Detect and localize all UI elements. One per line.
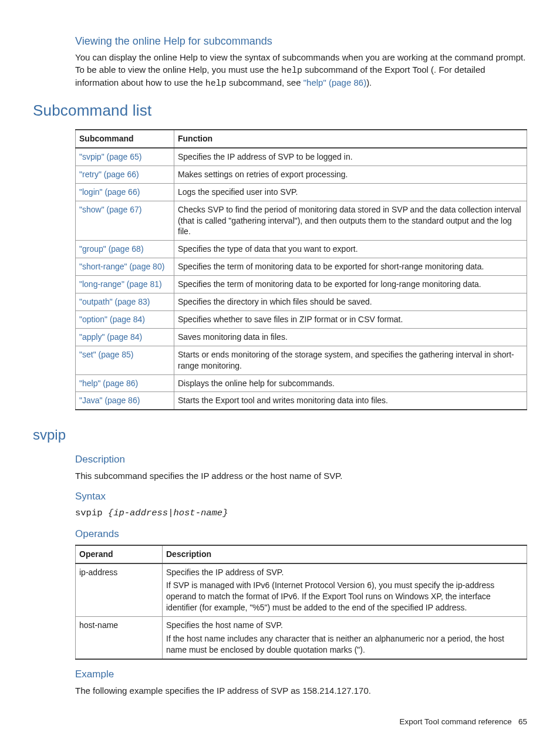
table-row: "apply" (page 84)Saves monitoring data i… [76, 328, 527, 346]
subcommand-link[interactable]: "long-range" (page 81) [79, 279, 162, 289]
subcommand-link[interactable]: "short-range" (page 80) [79, 262, 164, 271]
subcommand-link[interactable]: "login" (page 66) [79, 187, 140, 197]
operand-desc: Specifies the IP address of SVP.If SVP i… [163, 563, 527, 617]
function-cell: Saves monitoring data in files. [174, 328, 527, 346]
function-cell: Specifies whether to save files in ZIP f… [174, 310, 527, 328]
th-subcommand: Subcommand [76, 130, 174, 148]
syntax-cmd: svpip [75, 508, 103, 518]
text-seg: ). [366, 77, 372, 87]
table-row: "long-range" (page 81)Specifies the term… [76, 276, 527, 293]
function-cell: Makes settings on retries of export proc… [174, 166, 527, 183]
syntax-args: {ip-address|host-name} [108, 508, 228, 518]
th-operand: Operand [76, 545, 163, 563]
function-cell: Starts or ends monitoring of the storage… [174, 346, 527, 374]
heading-description: Description [75, 453, 527, 467]
subcommand-link[interactable]: "option" (page 84) [79, 315, 145, 324]
function-cell: Logs the specified user into SVP. [174, 183, 527, 201]
subcommand-link[interactable]: "set" (page 85) [79, 350, 133, 359]
table-row: "show" (page 67)Checks SVP to find the p… [76, 201, 527, 241]
link-help-page-86[interactable]: "help" (page 86) [303, 77, 366, 87]
operand-name: ip-address [76, 563, 163, 617]
subcommand-link[interactable]: "group" (page 68) [79, 244, 144, 254]
subcommand-link[interactable]: "help" (page 86) [79, 379, 138, 388]
code-help-2: help [205, 79, 227, 89]
subcommand-link[interactable]: "Java" (page 86) [79, 396, 140, 405]
page-footer: Export Tool command reference 65 [33, 717, 527, 727]
table-row: ip-addressSpecifies the IP address of SV… [76, 563, 527, 617]
para-example: The following example specifies the IP a… [75, 685, 527, 697]
function-cell: Checks SVP to find the period of monitor… [174, 201, 527, 241]
subcommand-table: Subcommand Function "svpip" (page 65)Spe… [75, 129, 527, 410]
table-row: "svpip" (page 65)Specifies the IP addres… [76, 148, 527, 166]
heading-subcommand-list: Subcommand list [33, 100, 527, 121]
function-cell: Specifies the term of monitoring data to… [174, 276, 527, 293]
text-seg: subcommand, see [227, 77, 303, 87]
table-row: "group" (page 68)Specifies the type of d… [76, 241, 527, 258]
syntax-line: svpip {ip-address|host-name} [75, 507, 527, 519]
operands-table: Operand Description ip-addressSpecifies … [75, 545, 527, 660]
subcommand-link[interactable]: "svpip" (page 65) [79, 152, 141, 161]
operand-desc: Specifies the host name of SVP.If the ho… [163, 617, 527, 659]
function-cell: Starts the Export tool and writes monito… [174, 392, 527, 410]
table-row: "outpath" (page 83)Specifies the directo… [76, 293, 527, 311]
para-viewing-help: You can display the online Help to view … [75, 52, 527, 90]
table-row: "set" (page 85)Starts or ends monitoring… [76, 346, 527, 374]
code-help-1: help [281, 66, 302, 76]
function-cell: Specifies the IP address of SVP to be lo… [174, 148, 527, 166]
table-row: host-nameSpecifies the host name of SVP.… [76, 617, 527, 659]
heading-operands: Operands [75, 528, 527, 541]
table-row: "Java" (page 86)Starts the Export tool a… [76, 392, 527, 410]
table-row: "help" (page 86)Displays the online help… [76, 374, 527, 392]
subcommand-link[interactable]: "retry" (page 66) [79, 170, 139, 179]
table-row: "short-range" (page 80)Specifies the ter… [76, 258, 527, 276]
th-op-description: Description [163, 545, 527, 563]
function-cell: Specifies the directory in which files s… [174, 293, 527, 311]
table-row: "option" (page 84)Specifies whether to s… [76, 310, 527, 328]
function-cell: Specifies the type of data that you want… [174, 241, 527, 258]
heading-viewing-help: Viewing the online Help for subcommands [75, 34, 527, 48]
operand-name: host-name [76, 617, 163, 659]
th-function: Function [174, 130, 527, 148]
function-cell: Displays the online help for subcommands… [174, 374, 527, 392]
footer-page: 65 [518, 717, 527, 726]
heading-syntax: Syntax [75, 490, 527, 504]
heading-svpip: svpip [33, 426, 527, 444]
subcommand-link[interactable]: "show" (page 67) [79, 205, 141, 214]
subcommand-link[interactable]: "apply" (page 84) [79, 332, 142, 342]
table-row: "retry" (page 66)Makes settings on retri… [76, 166, 527, 183]
table-row: "login" (page 66)Logs the specified user… [76, 183, 527, 201]
footer-text: Export Tool command reference [400, 717, 512, 726]
para-description: This subcommand specifies the IP address… [75, 470, 527, 482]
function-cell: Specifies the term of monitoring data to… [174, 258, 527, 276]
heading-example: Example [75, 668, 527, 681]
subcommand-link[interactable]: "outpath" (page 83) [79, 297, 150, 306]
